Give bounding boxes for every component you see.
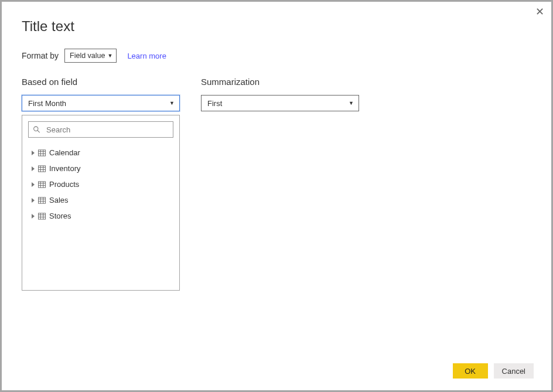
format-by-select[interactable]: Field value ▼ bbox=[64, 49, 117, 63]
summarization-label: Summarization bbox=[201, 77, 359, 87]
format-by-label: Format by bbox=[22, 51, 59, 60]
summarization-select[interactable]: First ▼ bbox=[201, 95, 359, 111]
chevron-down-icon: ▼ bbox=[169, 100, 175, 106]
based-on-field-label: Based on field bbox=[22, 77, 180, 87]
summarization-col: Summarization First ▼ bbox=[201, 77, 359, 111]
format-by-value: Field value bbox=[70, 52, 105, 60]
tree-item-sales[interactable]: Sales bbox=[29, 192, 173, 208]
svg-rect-17 bbox=[38, 197, 45, 203]
table-icon bbox=[38, 165, 46, 172]
tree-item-label: Products bbox=[49, 180, 79, 189]
table-icon bbox=[38, 149, 46, 156]
dialog-window: ✕ Title text Format by Field value ▼ Lea… bbox=[0, 0, 553, 392]
field-tree: Calendar Inventory bbox=[28, 142, 173, 224]
based-on-field-select[interactable]: First Month ▼ bbox=[22, 95, 180, 111]
chevron-right-icon bbox=[32, 182, 35, 187]
cancel-button[interactable]: Cancel bbox=[494, 363, 534, 379]
learn-more-link[interactable]: Learn more bbox=[127, 52, 166, 60]
tree-item-label: Inventory bbox=[49, 164, 80, 173]
chevron-down-icon: ▼ bbox=[349, 100, 354, 106]
chevron-right-icon bbox=[32, 151, 35, 155]
chevron-right-icon bbox=[32, 166, 35, 171]
based-on-field-col: Based on field First Month ▼ bbox=[22, 77, 180, 291]
columns: Based on field First Month ▼ bbox=[22, 77, 531, 291]
chevron-down-icon: ▼ bbox=[107, 53, 112, 59]
search-input[interactable] bbox=[28, 121, 173, 138]
chevron-right-icon bbox=[32, 214, 35, 219]
close-icon[interactable]: ✕ bbox=[535, 6, 544, 17]
svg-rect-12 bbox=[38, 181, 45, 187]
chevron-right-icon bbox=[32, 198, 35, 203]
search-wrap bbox=[28, 121, 173, 138]
svg-rect-2 bbox=[38, 149, 45, 155]
dialog-title: Title text bbox=[22, 18, 531, 35]
dialog-body: Title text Format by Field value ▼ Learn… bbox=[2, 2, 551, 291]
summarization-value: First bbox=[207, 99, 222, 108]
tree-item-inventory[interactable]: Inventory bbox=[29, 161, 173, 176]
dialog-footer: OK Cancel bbox=[453, 363, 534, 379]
tree-item-label: Stores bbox=[49, 212, 71, 220]
format-by-row: Format by Field value ▼ Learn more bbox=[22, 49, 531, 63]
tree-item-stores[interactable]: Stores bbox=[29, 208, 173, 224]
svg-rect-7 bbox=[38, 165, 45, 171]
tree-item-calendar[interactable]: Calendar bbox=[29, 145, 173, 161]
ok-button[interactable]: OK bbox=[453, 363, 488, 379]
table-icon bbox=[38, 213, 46, 220]
tree-item-label: Calendar bbox=[49, 148, 80, 157]
based-on-field-value: First Month bbox=[28, 99, 66, 108]
table-icon bbox=[38, 197, 46, 204]
tree-item-label: Sales bbox=[49, 196, 69, 204]
table-icon bbox=[38, 181, 46, 188]
svg-rect-22 bbox=[38, 213, 45, 219]
field-dropdown-panel: Calendar Inventory bbox=[22, 115, 180, 291]
tree-item-products[interactable]: Products bbox=[29, 176, 173, 192]
